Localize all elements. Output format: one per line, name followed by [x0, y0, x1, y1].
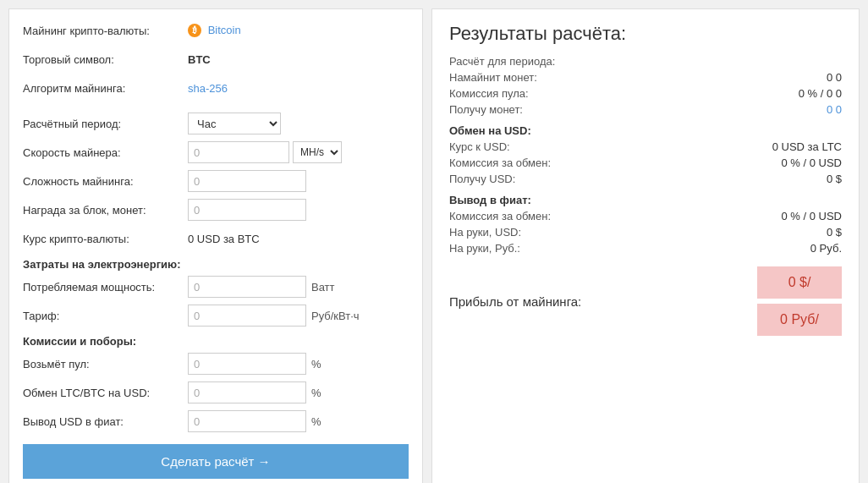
profit-usd-box: 0 $/: [757, 266, 842, 299]
exchange-commission-row: Комиссия за обмен: 0 % / 0 USD: [449, 156, 842, 169]
reward-row: Награда за блок, монет:: [23, 199, 409, 221]
mined-label: Намайнит монет:: [449, 71, 740, 84]
pool-row: Возьмёт пул: %: [23, 353, 409, 375]
tariff-unit: Руб/кВт·ч: [311, 310, 360, 322]
mined-row: Намайнит монет: 0 0: [449, 71, 842, 84]
power-unit: Ватт: [311, 281, 335, 294]
profit-label: Прибыль от майнинга:: [449, 294, 581, 309]
pool-commission-row: Комиссия пула: 0 % / 0 0: [449, 87, 842, 100]
mining-currency-value: ₿ Bitcoin: [188, 24, 241, 38]
difficulty-row: Сложность майнинга:: [23, 170, 409, 192]
left-panel: Майнинг крипто-валюты: ₿ Bitcoin Торговы…: [8, 8, 423, 483]
profit-values: 0 $/ 0 Руб/: [757, 266, 842, 336]
exchange-ltc-label: Обмен LTC/BTC на USD:: [23, 387, 188, 399]
hands-rub-label: На руки, Руб.:: [449, 242, 740, 255]
calculate-button[interactable]: Сделать расчёт →: [23, 444, 409, 479]
exchange-ltc-unit: %: [311, 387, 321, 399]
exchange-commission-label: Комиссия за обмен:: [449, 156, 740, 169]
withdrawal-label: Вывод USD в фиат:: [23, 415, 188, 428]
difficulty-input[interactable]: [188, 170, 306, 192]
rate-usd-label: Курс к USD:: [449, 140, 740, 153]
fiat-commission-label: Комиссия за обмен:: [449, 210, 740, 222]
hands-rub-value: 0 Руб.: [740, 242, 842, 255]
exchange-usd-header: Обмен на USD:: [449, 124, 842, 137]
speed-input[interactable]: [188, 141, 289, 163]
hands-usd-value: 0 $: [740, 226, 842, 239]
hands-rub-row: На руки, Руб.: 0 Руб.: [449, 242, 842, 255]
profit-rub-box: 0 Руб/: [757, 304, 842, 336]
speed-row: Скорость майнера: MH/s KH/s GH/s TH/s: [23, 141, 409, 163]
exchange-rate-label: Курс крипто-валюты:: [23, 233, 188, 245]
power-label: Потребляемая мощность:: [23, 281, 188, 294]
tariff-label: Тариф:: [23, 310, 188, 322]
speed-label: Скорость майнера:: [23, 146, 188, 159]
exchange-rate-row: Курс крипто-валюты: 0 USD за BTC: [23, 228, 409, 250]
period-result-label: Расчёт для периода:: [449, 55, 740, 68]
withdrawal-unit: %: [311, 415, 321, 428]
trading-symbol-label: Торговый символ:: [23, 53, 188, 66]
pool-commission-label: Комиссия пула:: [449, 87, 740, 100]
mining-currency-row: Майнинг крипто-валюты: ₿ Bitcoin: [23, 19, 409, 41]
pool-input[interactable]: [188, 353, 306, 375]
algorithm-row: Алгоритм майнинга: sha-256: [23, 77, 409, 99]
pool-commission-value: 0 % / 0 0: [740, 87, 842, 100]
results-title: Результаты расчёта:: [449, 23, 842, 45]
algorithm-value[interactable]: sha-256: [188, 82, 228, 95]
trading-symbol-row: Торговый символ: BTC: [23, 48, 409, 70]
hands-usd-label: На руки, USD:: [449, 226, 740, 239]
withdrawal-row: Вывод USD в фиат: %: [23, 410, 409, 432]
pool-unit: %: [311, 358, 321, 370]
receive-usd-row: Получу USD: 0 $: [449, 173, 842, 185]
exchange-ltc-row: Обмен LTC/BTC на USD: %: [23, 381, 409, 403]
receive-label: Получу монет:: [449, 103, 740, 116]
pool-label: Возьмёт пул:: [23, 358, 188, 370]
hands-usd-row: На руки, USD: 0 $: [449, 226, 842, 239]
main-container: Майнинг крипто-валюты: ₿ Bitcoin Торговы…: [8, 8, 860, 483]
difficulty-label: Сложность майнинга:: [23, 175, 188, 188]
withdrawal-input[interactable]: [188, 410, 306, 432]
exchange-commission-value: 0 % / 0 USD: [740, 156, 842, 169]
power-row: Потребляемая мощность: Ватт: [23, 276, 409, 298]
period-row: Расчётный период: Час День Неделя Месяц: [23, 113, 409, 134]
exchange-ltc-input[interactable]: [188, 381, 306, 403]
tariff-input[interactable]: [188, 305, 306, 327]
period-row: Расчёт для периода:: [449, 55, 842, 68]
mined-value: 0 0: [740, 71, 842, 84]
rate-usd-row: Курс к USD: 0 USD за LTC: [449, 140, 842, 153]
speed-unit-select[interactable]: MH/s KH/s GH/s TH/s: [293, 141, 342, 163]
rate-usd-value: 0 USD за LTC: [740, 140, 842, 153]
fiat-commission-value: 0 % / 0 USD: [740, 210, 842, 222]
period-label: Расчётный период:: [23, 118, 188, 130]
bitcoin-icon: ₿: [188, 24, 201, 37]
reward-label: Награда за блок, монет:: [23, 204, 188, 217]
receive-value: 0 0: [740, 103, 842, 116]
period-select[interactable]: Час День Неделя Месяц: [188, 113, 281, 134]
receive-row: Получу монет: 0 0: [449, 103, 842, 116]
fiat-header: Вывод в фиат:: [449, 194, 842, 206]
tariff-row: Тариф: Руб/кВт·ч: [23, 305, 409, 327]
power-input[interactable]: [188, 276, 306, 298]
trading-symbol-value: BTC: [188, 53, 211, 66]
electricity-header: Затраты на электроэнергию:: [23, 258, 409, 271]
right-panel: Результаты расчёта: Расчёт для периода: …: [431, 8, 860, 483]
profit-section: Прибыль от майнинга: 0 $/ 0 Руб/: [449, 266, 842, 336]
receive-usd-value: 0 $: [740, 173, 842, 185]
reward-input[interactable]: [188, 199, 306, 221]
bitcoin-link[interactable]: Bitcoin: [208, 24, 241, 36]
exchange-rate-value: 0 USD за BTC: [188, 233, 260, 245]
commissions-header: Комиссии и поборы:: [23, 335, 409, 348]
fiat-commission-row: Комиссия за обмен: 0 % / 0 USD: [449, 210, 842, 222]
algorithm-label: Алгоритм майнинга:: [23, 82, 188, 95]
mining-currency-label: Майнинг крипто-валюты:: [23, 25, 188, 37]
receive-usd-label: Получу USD:: [449, 173, 740, 185]
